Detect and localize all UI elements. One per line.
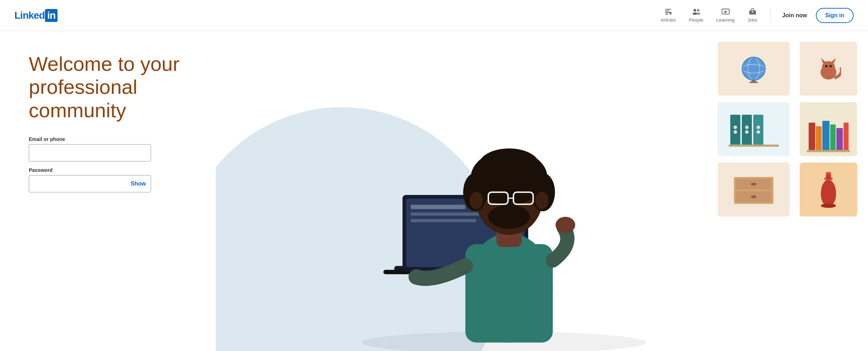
svg-point-47: [830, 65, 832, 67]
jobs-icon: [748, 7, 757, 16]
svg-point-50: [734, 130, 737, 134]
svg-rect-0: [665, 9, 671, 10]
nav-item-articles[interactable]: Articles: [655, 4, 682, 26]
thumb-bookshelves: [718, 102, 790, 156]
show-password-button[interactable]: Show: [131, 181, 146, 187]
svg-point-56: [757, 130, 760, 134]
illustration-container: [216, 31, 868, 351]
svg-rect-58: [809, 123, 815, 151]
svg-rect-48: [730, 115, 740, 145]
svg-point-68: [751, 183, 757, 186]
svg-rect-51: [742, 115, 752, 145]
thumb-desk: [718, 163, 790, 216]
nav-divider: [770, 10, 771, 21]
password-container: Show: [29, 175, 151, 192]
svg-point-30: [470, 192, 483, 209]
sign-in-button[interactable]: Sign in: [816, 8, 854, 23]
svg-point-53: [745, 130, 749, 134]
svg-rect-18: [411, 205, 465, 209]
svg-rect-12: [751, 12, 754, 13]
thumb-books-colorful: [800, 102, 857, 156]
nav-label-articles: Articles: [661, 17, 676, 23]
nav-label-jobs: Jobs: [748, 17, 757, 23]
thumb-vase: [800, 163, 857, 216]
svg-rect-19: [411, 213, 487, 216]
logo-text: Linkedin: [14, 9, 58, 22]
login-form: Email or phone Password Show: [29, 136, 151, 194]
nav-items: Articles People: [655, 4, 763, 26]
main-content: Welcome to your professional community E…: [0, 31, 868, 351]
left-panel: Welcome to your professional community E…: [0, 31, 216, 351]
people-icon: [692, 7, 700, 16]
nav-item-people[interactable]: People: [683, 4, 709, 26]
svg-point-35: [556, 217, 575, 233]
svg-rect-3: [665, 14, 668, 14]
right-panel: [216, 31, 868, 351]
svg-point-55: [757, 126, 760, 129]
svg-point-7: [697, 9, 700, 12]
svg-rect-22: [465, 244, 553, 343]
svg-point-46: [825, 65, 827, 67]
thumb-cat: [800, 42, 857, 96]
svg-rect-59: [816, 126, 822, 151]
nav-label-learning: Learning: [716, 17, 735, 23]
thumb-globe: [718, 42, 790, 96]
svg-point-29: [488, 205, 530, 229]
svg-marker-44: [821, 58, 826, 63]
nav-item-jobs[interactable]: Jobs: [742, 4, 763, 26]
articles-icon: [664, 7, 672, 16]
hero-title: Welcome to your professional community: [29, 53, 201, 122]
nav-item-learning[interactable]: Learning: [711, 4, 740, 26]
svg-point-49: [734, 126, 737, 129]
svg-point-70: [821, 204, 836, 208]
svg-rect-1: [665, 10, 669, 11]
svg-point-8: [696, 13, 700, 15]
svg-point-28: [479, 149, 539, 181]
email-input[interactable]: [29, 144, 151, 161]
svg-rect-62: [836, 128, 843, 151]
svg-rect-2: [665, 12, 670, 13]
svg-rect-57: [728, 145, 779, 147]
svg-rect-64: [807, 150, 850, 152]
svg-rect-41: [749, 82, 758, 83]
svg-point-52: [745, 126, 749, 129]
svg-rect-60: [822, 121, 830, 151]
svg-rect-61: [830, 124, 836, 151]
svg-marker-10: [725, 10, 727, 13]
svg-rect-54: [753, 115, 763, 145]
svg-point-69: [751, 195, 757, 198]
svg-rect-63: [844, 123, 849, 151]
logo[interactable]: Linkedin: [14, 9, 58, 22]
thumbnail-grid: [714, 38, 868, 224]
nav-area: Articles People: [655, 4, 854, 26]
svg-point-73: [826, 172, 831, 175]
email-label: Email or phone: [29, 136, 151, 142]
svg-marker-45: [831, 58, 836, 63]
site-header: Linkedin Articles: [0, 0, 868, 31]
learning-icon: [721, 7, 730, 16]
svg-point-31: [535, 192, 548, 209]
logo-in-box: in: [45, 9, 58, 22]
svg-point-5: [694, 9, 696, 12]
nav-label-people: People: [689, 17, 703, 23]
nav-auth: Join now Sign in: [778, 8, 854, 23]
svg-rect-20: [411, 219, 476, 222]
svg-rect-4: [670, 12, 672, 14]
join-now-button[interactable]: Join now: [778, 9, 811, 22]
password-label: Password: [29, 167, 151, 173]
